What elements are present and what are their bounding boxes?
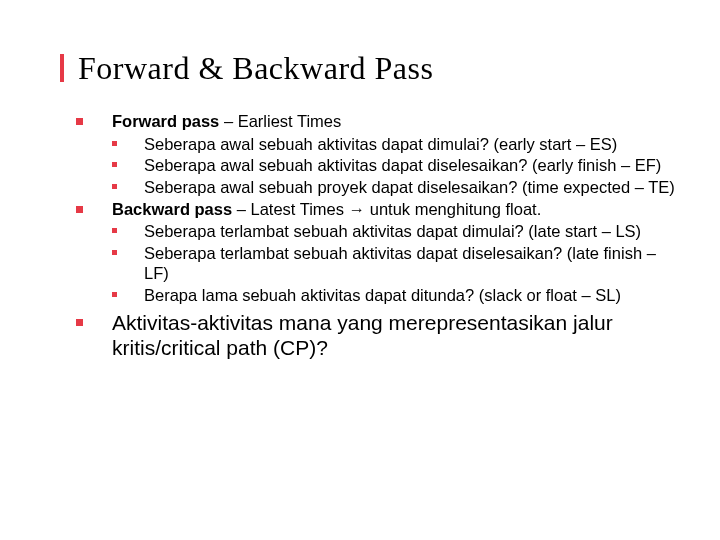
title-accent-bar bbox=[60, 54, 64, 82]
content: Forward pass – Earliest Times Seberapa a… bbox=[60, 111, 680, 360]
title-block: Forward & Backward Pass bbox=[60, 50, 680, 87]
backward-item: Seberapa terlambat sebuah aktivitas dapa… bbox=[76, 221, 680, 242]
forward-item: Seberapa awal sebuah aktivitas dapat dim… bbox=[76, 134, 680, 155]
backward-heading-bold: Backward pass bbox=[112, 200, 232, 218]
closing-line: Aktivitas-aktivitas mana yang merepresen… bbox=[76, 310, 680, 360]
slide-title: Forward & Backward Pass bbox=[78, 50, 680, 87]
backward-item: Berapa lama sebuah aktivitas dapat ditun… bbox=[76, 285, 680, 306]
backward-heading-rest: – Latest Times → untuk menghitung float. bbox=[232, 200, 541, 218]
forward-heading: Forward pass – Earliest Times bbox=[76, 111, 680, 132]
forward-item: Seberapa awal sebuah aktivitas dapat dis… bbox=[76, 155, 680, 176]
forward-heading-rest: – Earliest Times bbox=[219, 112, 341, 130]
forward-heading-bold: Forward pass bbox=[112, 112, 219, 130]
backward-item: Seberapa terlambat sebuah aktivitas dapa… bbox=[76, 243, 680, 284]
backward-heading: Backward pass – Latest Times → untuk men… bbox=[76, 199, 680, 220]
slide: Forward & Backward Pass Forward pass – E… bbox=[0, 0, 720, 540]
forward-item: Seberapa awal sebuah proyek dapat disele… bbox=[76, 177, 680, 198]
